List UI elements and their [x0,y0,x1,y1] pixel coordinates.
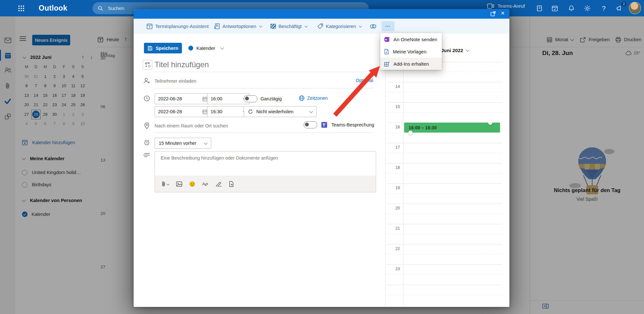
image-icon [176,181,182,187]
start-date-input[interactable]: 2022-06-28 [155,93,211,104]
globe-icon [299,95,305,101]
start-date-value: 2022-06-28 [158,96,182,101]
end-date-value: 2022-06-28 [158,109,182,114]
description-placeholder: Eine Beschreibung hinzufügen oder Dokume… [161,155,278,161]
location-input[interactable] [155,122,293,129]
chevron-down-icon [167,182,169,185]
command-label: Beschäftigt [279,24,302,29]
date-picker-icon[interactable] [203,109,207,114]
command-label: Antwortoptionen [223,24,256,29]
insert-image-button[interactable] [176,181,182,187]
half-hour-line [387,173,502,173]
charm-picker-icon [144,61,151,68]
hour-label: 19 [385,186,400,190]
toggle-knob-icon [245,97,249,100]
help-button[interactable]: ? [598,3,609,14]
chevron-down-icon [259,24,262,27]
half-hour-line [387,72,502,72]
all-day-toggle-row: Ganztägig [244,95,282,102]
start-time-select[interactable]: 16:00 [207,93,250,104]
reminder-value: 15 Minuten vorher [159,141,196,146]
clear-formatting-button[interactable]: A [202,181,208,187]
gear-icon [584,5,591,12]
timezones-link[interactable]: Zeitzonen [299,95,328,101]
more-options-menu: N An OneNote senden Meine Vorlagen Add-I… [380,33,442,70]
save-label: Speichern [156,46,178,51]
more-options-button[interactable]: ••• [382,21,394,31]
chevron-down-icon [359,24,362,27]
hour-line [387,143,502,143]
charm-picker-button[interactable] [143,60,152,69]
save-button[interactable]: Speichern [144,43,182,53]
onenote-feed-button[interactable] [534,3,545,14]
all-day-toggle[interactable] [244,95,257,102]
dialog-titlebar: ✕ [134,9,509,19]
invite-attendees-icon-wrap [143,78,150,84]
reminder-select[interactable]: 15 Minuten vorher [155,138,211,149]
close-button[interactable]: ✕ [501,10,505,16]
emoji-button[interactable] [189,181,195,187]
popout-button[interactable] [490,11,496,16]
hour-line [387,264,502,265]
svg-text:A: A [202,181,205,186]
menu-item-label: Meine Vorlagen [393,49,426,54]
editor-footer-toolbar: A [155,176,376,192]
attendees-input[interactable] [155,77,335,85]
insert-document-button[interactable] [229,181,234,187]
draw-pen-button[interactable] [215,181,222,187]
notifications-button[interactable] [566,3,577,14]
chevron-down-icon [304,24,308,27]
menu-item-my-templates[interactable]: Meine Vorlagen [380,45,442,58]
date-picker-icon[interactable] [203,97,207,101]
search-icon [98,5,103,11]
settings-button[interactable] [582,3,593,14]
menu-item-send-to-onenote[interactable]: N An OneNote senden [380,33,442,45]
location-pin-icon [144,122,150,129]
location-icon-wrap [144,122,150,129]
add-ins-grid-icon [384,61,390,67]
hour-label: 22 [385,246,400,251]
repeat-icon [248,109,253,114]
response-options-button[interactable]: Antwortoptionen [214,19,262,34]
event-title-input[interactable] [155,59,374,70]
search-placeholder: Suchen [108,5,124,11]
end-date-input[interactable]: 2022-06-28 [155,106,211,117]
end-time-select[interactable]: 16:30 [207,106,250,117]
app-launcher-button[interactable] [17,4,25,13]
hour-label: 14 [385,84,400,89]
app-title: Outlook [39,4,67,13]
half-hour-line [387,193,502,194]
location-underline [155,133,374,133]
event-resize-handle-bottom[interactable] [408,131,412,135]
categorize-button[interactable]: Kategorisieren [317,19,362,34]
hour-line [387,244,502,245]
my-day-button[interactable] [549,3,560,14]
avatar[interactable] [629,2,641,14]
event-block[interactable]: 16:00 – 16:30 [404,123,500,133]
dialog-toolbar: Terminplanungs-Assistent Antwortoptionen… [134,19,509,34]
template-doc-icon [384,49,389,54]
tag-icon [317,23,323,29]
menu-item-get-add-ins[interactable]: Add-Ins erhalten [380,58,442,70]
whats-new-button[interactable]: 2 [614,3,625,14]
attach-file-button[interactable] [161,181,169,187]
scheduling-assistant-button[interactable]: Terminplanungs-Assistent [147,19,209,34]
clock-icon [144,95,150,102]
half-hour-line [387,112,502,113]
event-resize-handle-top[interactable] [488,121,492,125]
half-hour-line [387,92,502,92]
teams-call-button[interactable]: Teams-Anruf [487,3,525,9]
paperclip-icon [161,181,166,187]
teams-meeting-toggle[interactable] [304,121,317,128]
timezones-label: Zeitzonen [307,96,328,101]
hour-line [387,204,502,204]
optional-attendees-link[interactable]: Optional [356,78,373,83]
room-finder-button[interactable] [370,19,377,34]
calendar-picker-label: Kalender [196,46,215,51]
repeat-select[interactable]: Nicht wiederholen [244,106,317,117]
waffle-icon [18,5,25,12]
calendar-picker[interactable]: Kalender [188,43,223,53]
description-editor[interactable]: Eine Beschreibung hinzufügen oder Dokume… [155,151,376,192]
calendar-color-dot-icon [188,46,193,51]
busy-status-button[interactable]: Beschäftigt [270,19,307,34]
